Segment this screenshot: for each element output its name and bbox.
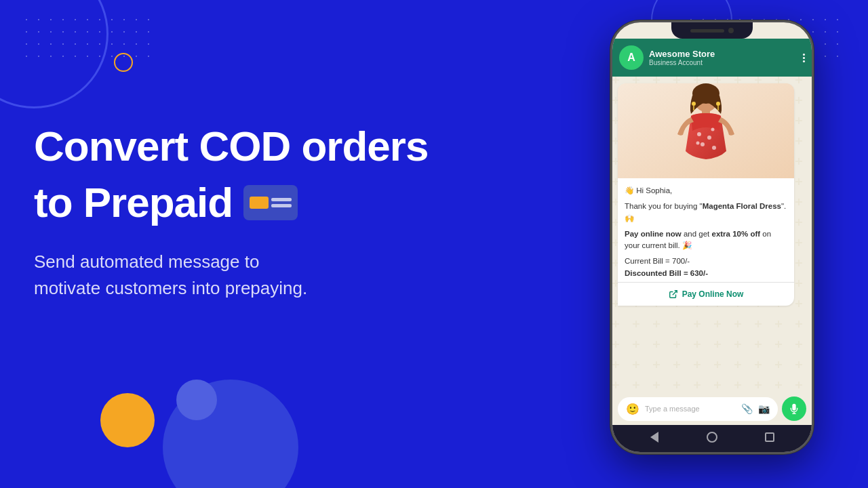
back-arrow: [650, 432, 658, 443]
msg2-mid: and get: [682, 230, 712, 238]
wa-input-bar: 🙂 Type a message 📎 📷: [612, 392, 812, 425]
wa-thanks-msg: Thank you for buying "Magenta Floral Dre…: [625, 201, 787, 224]
bill-label: Current Bill = 700/-: [625, 256, 787, 267]
menu-dot-1: [803, 54, 805, 56]
attach-icon[interactable]: 📎: [741, 403, 753, 414]
bg-dots-left: [20, 14, 156, 68]
discounted-label: Discounted Bill = 630/-: [625, 268, 787, 279]
bg-circle-purple: [176, 380, 217, 420]
msg2-start: Pay online now: [625, 230, 682, 238]
greeting-text: 👋 Hi Sophia,: [625, 186, 672, 195]
bg-circle-bottom-blue: [163, 380, 298, 488]
subtitle-line1: Send automated message to: [34, 251, 259, 272]
wa-menu-icon[interactable]: [803, 54, 805, 62]
wa-account-type: Business Account: [649, 59, 797, 66]
card-line-2: [271, 204, 292, 207]
wa-chat-area: 👋 Hi Sophia, Thank you for buying "Magen…: [612, 77, 812, 392]
whatsapp-screen: A Awesome Store Business Account: [612, 22, 812, 452]
recent-square: [765, 432, 774, 442]
svg-point-4: [697, 132, 701, 136]
wa-store-name: Awesome Store: [649, 49, 797, 59]
heading-line2: to Prepaid: [34, 178, 298, 226]
dress-svg: [618, 83, 794, 178]
wa-message-text: 👋 Hi Sophia, Thank you for buying "Magen…: [618, 178, 794, 282]
whatsapp-header: A Awesome Store Business Account: [612, 39, 812, 77]
wa-header-info: Awesome Store Business Account: [649, 49, 797, 66]
menu-dot-3: [803, 60, 805, 62]
left-content: Convert COD orders to Prepaid Send autom…: [34, 122, 495, 302]
product-name-text: Magenta Floral Dress: [703, 202, 781, 210]
wa-product-image: [618, 83, 794, 178]
main-heading: Convert COD orders to Prepaid: [34, 122, 495, 227]
svg-point-6: [701, 142, 705, 146]
bg-circle-yellow: [100, 393, 155, 447]
heading-prepaid-text: to Prepaid: [34, 178, 233, 226]
wa-offer-msg: Pay online now and get extra 10% off on …: [625, 228, 787, 252]
svg-point-9: [712, 146, 716, 150]
phone-frame: A Awesome Store Business Account: [610, 20, 814, 454]
phone-mockup: A Awesome Store Business Account: [610, 20, 814, 454]
wa-pay-button[interactable]: Pay Online Now: [618, 282, 794, 306]
msg1-start: Thank you for buying ": [625, 202, 703, 210]
input-placeholder: Type a message: [645, 405, 736, 413]
svg-point-5: [707, 136, 711, 140]
nav-back-button[interactable]: [648, 430, 661, 444]
bg-orange-ring: [114, 53, 133, 72]
external-link-icon: [669, 289, 678, 299]
emoji-button[interactable]: 🙂: [626, 403, 639, 415]
wa-bill-info: Current Bill = 700/- Discounted Bill = 6…: [625, 256, 787, 279]
nav-home-button[interactable]: [705, 430, 719, 444]
card-lines: [271, 198, 292, 207]
card-line-1: [271, 198, 292, 201]
subtitle-line2: motivate customers into prepaying.: [34, 278, 307, 298]
svg-point-10: [692, 102, 696, 106]
nav-recent-button[interactable]: [763, 430, 776, 444]
wa-greeting: 👋 Hi Sophia,: [625, 185, 787, 197]
svg-line-14: [672, 291, 676, 295]
msg2-bold: extra 10% off: [711, 230, 760, 238]
heading-line1: Convert COD orders: [34, 122, 495, 170]
svg-point-8: [696, 142, 700, 145]
phone-notch: [671, 22, 753, 39]
card-stripe: [250, 197, 269, 209]
home-circle: [707, 432, 717, 443]
wa-avatar: A: [619, 45, 644, 70]
mic-button[interactable]: [782, 396, 806, 421]
camera-icon[interactable]: 📷: [758, 403, 770, 414]
svg-point-7: [711, 128, 715, 131]
mic-icon: [789, 403, 800, 414]
notch-speaker: [690, 29, 724, 33]
wa-message-bubble: 👋 Hi Sophia, Thank you for buying "Magen…: [618, 83, 794, 306]
svg-point-12: [716, 102, 720, 106]
bg-circle-left: [0, 0, 108, 108]
menu-dot-2: [803, 57, 805, 59]
phone-bottom-nav: [612, 425, 812, 452]
pay-btn-label: Pay Online Now: [682, 289, 744, 299]
credit-card-icon: [243, 185, 298, 220]
subtitle: Send automated message to motivate custo…: [34, 249, 495, 302]
wa-input-field[interactable]: 🙂 Type a message 📎 📷: [618, 397, 778, 421]
notch-camera: [728, 28, 734, 33]
